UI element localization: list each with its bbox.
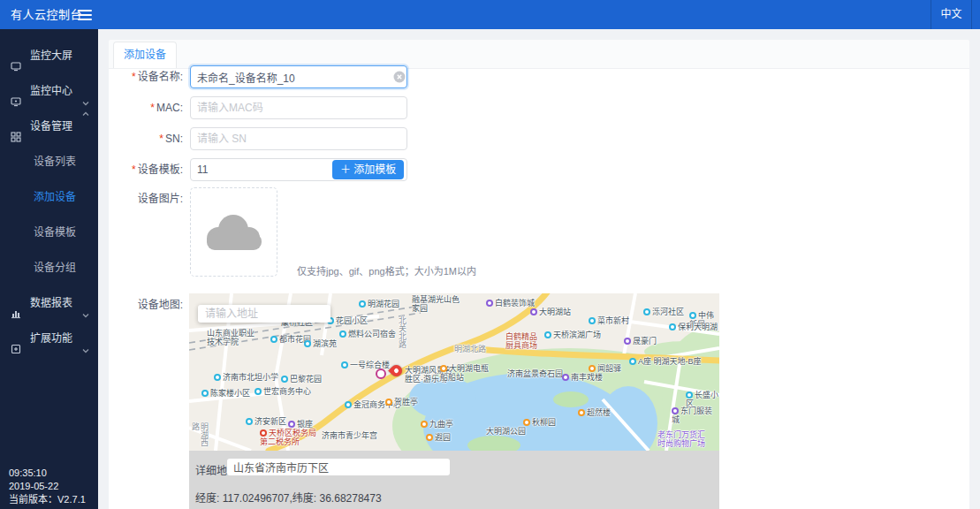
map-address-search-input[interactable] bbox=[198, 305, 330, 323]
sidebar-item-8[interactable]: 数据报表 bbox=[0, 285, 98, 321]
clear-input-icon[interactable] bbox=[393, 71, 406, 83]
map-label: 天桥滨湖广场 bbox=[544, 330, 601, 339]
map-label: 超然楼 bbox=[578, 408, 611, 417]
sidebar-item-label: 设备分组 bbox=[34, 250, 76, 285]
chevron-down-icon bbox=[81, 87, 90, 95]
device-image-label: 设备图片: bbox=[109, 187, 183, 210]
sidebar-item-6[interactable]: 设备模板 bbox=[0, 215, 98, 250]
sidebar-item-label: 添加设备 bbox=[34, 179, 76, 215]
device-name-row: *设备名称: bbox=[109, 65, 969, 88]
chevron-up-icon bbox=[81, 122, 90, 131]
map-label: 天桥区税务局 第二税务所 bbox=[260, 429, 316, 446]
mac-label: *MAC: bbox=[109, 96, 183, 119]
map-label: 晟豪门 bbox=[624, 337, 657, 346]
device-name-input[interactable] bbox=[190, 65, 407, 88]
map-label: 泺河社区 bbox=[643, 308, 684, 316]
sidebar-item-2[interactable]: 监控中心 bbox=[0, 73, 98, 109]
map-label: 贺胜亭 bbox=[385, 398, 418, 406]
map-label: 山东商业职业 技术学院 bbox=[207, 329, 254, 346]
map-label: 陈家楼小区 bbox=[201, 389, 250, 398]
map-label: 融基湖光山色 家园 bbox=[412, 295, 460, 313]
extension-icon bbox=[11, 333, 21, 344]
map-label: 巴黎花园 bbox=[281, 375, 322, 384]
sn-label: *SN: bbox=[109, 127, 183, 150]
sidebar-footer: 09:35:10 2019-05-22 当前版本：V2.7.1 bbox=[9, 467, 86, 506]
cloud-placeholder-icon bbox=[207, 215, 262, 250]
map-label: 白鹤装饰城 bbox=[486, 299, 535, 308]
version-label: 当前版本：V2.7.1 bbox=[9, 493, 86, 506]
tab-add-device[interactable]: 添加设备 bbox=[113, 42, 177, 68]
device-map-label: 设备地图: bbox=[109, 293, 183, 316]
address-input[interactable] bbox=[227, 459, 450, 475]
map-label: 大明湖公园 bbox=[486, 427, 526, 436]
map-label: 老东门万货汇 时尚购物广场 bbox=[657, 430, 705, 448]
map-label: 大明湖电瓶 船船站 bbox=[440, 364, 489, 382]
map-label: 济安新区 bbox=[246, 417, 286, 426]
map-label: 白鹤精品 厨具商场 bbox=[505, 332, 537, 350]
add-device-card: 添加设备 *设备名称: *MAC: *SN: *设备模板: 11 bbox=[109, 40, 969, 509]
device-name-label: *设备名称: bbox=[109, 65, 183, 88]
sidebar-item-label: 扩展功能 bbox=[30, 321, 72, 356]
sidebar-item-label: 设备模板 bbox=[34, 215, 76, 250]
top-bar: 有人云控制台 中文 bbox=[0, 0, 980, 29]
sidebar-item-label: 设备列表 bbox=[34, 144, 76, 179]
sidebar-item-5[interactable]: 添加设备 bbox=[0, 179, 98, 215]
map-label: 九曲亭 bbox=[421, 420, 453, 429]
metro-station-icon bbox=[376, 368, 386, 379]
chart-icon bbox=[11, 298, 21, 308]
map-label: 明湖北路 bbox=[454, 345, 486, 353]
screen-icon bbox=[11, 50, 21, 61]
sidebar-item-label: 设备管理 bbox=[30, 109, 72, 144]
monitor-icon bbox=[11, 86, 21, 96]
mac-row: *MAC: bbox=[109, 96, 969, 119]
map-label: 济南市青少年宫 bbox=[322, 431, 377, 440]
sidebar-item-label: 监控大屏 bbox=[30, 38, 72, 73]
image-format-hint: 仅支持jpg、gif、png格式；大小为1M以内 bbox=[297, 263, 476, 277]
sidebar-item-1[interactable]: 监控大屏 bbox=[0, 38, 98, 73]
sidebar-item-9[interactable]: 扩展功能 bbox=[0, 321, 98, 356]
sn-row: *SN: bbox=[109, 127, 969, 150]
sidebar-item-3[interactable]: 设备管理 bbox=[0, 109, 98, 144]
sidebar-item-label: 数据报表 bbox=[30, 285, 72, 321]
map-label: 银座 bbox=[288, 420, 313, 429]
map-label: 东门服装城 bbox=[672, 406, 719, 424]
mac-input[interactable] bbox=[190, 96, 407, 119]
chevron-down-icon bbox=[81, 334, 90, 343]
map-label: 保利大明湖 bbox=[669, 323, 718, 331]
sidebar-item-4[interactable]: 设备列表 bbox=[0, 144, 98, 179]
template-select-value: 11 bbox=[197, 163, 208, 176]
clock-date: 2019-05-22 bbox=[9, 480, 86, 493]
map-label: 南丰戏楼 bbox=[562, 373, 603, 382]
sn-input[interactable] bbox=[190, 127, 407, 150]
chevron-down-icon bbox=[81, 299, 90, 308]
sidebar-menu: 监控大屏监控中心设备管理设备列表添加设备设备模板设备分组数据报表扩展功能 bbox=[0, 29, 98, 356]
template-label: *设备模板: bbox=[109, 158, 183, 181]
map-label: 燃料公司宿舍 bbox=[339, 330, 396, 338]
map-label: 闻韶驿 bbox=[589, 364, 621, 373]
map-label: 菜市新村 bbox=[589, 316, 629, 325]
sidebar-item-7[interactable]: 设备分组 bbox=[0, 250, 98, 285]
main-content: 添加设备 *设备名称: *MAC: *SN: *设备模板: 11 bbox=[98, 29, 980, 509]
language-switch[interactable]: 中文 bbox=[931, 0, 972, 29]
map-label: 济南盆景奇石园 bbox=[507, 369, 563, 378]
geo-panel: 详细地址: 经度: 117.02496707,纬度: 36.68278473 bbox=[189, 451, 719, 509]
map-label: 济南市北坦小学 bbox=[214, 373, 278, 382]
template-row: *设备模板: 11 ＋ 添加模板 bbox=[109, 158, 969, 181]
map-label: 大明湖站 bbox=[530, 308, 571, 316]
device-map[interactable]: 明湖花园融基湖光山色 家园白鹤装饰城大明湖站泺河社区中伟新居菜市新村保利大明湖康… bbox=[189, 293, 719, 451]
map-label: 世宏商务中心 bbox=[254, 387, 311, 396]
map-label: 秋柳园 bbox=[523, 418, 556, 427]
coordinates-text: 经度: 117.02496707,纬度: 36.68278473 bbox=[195, 490, 382, 505]
add-template-button[interactable]: ＋ 添加模板 bbox=[332, 160, 404, 179]
image-upload-box[interactable] bbox=[190, 187, 277, 277]
map-label: A座 明湖天地-B座 bbox=[629, 357, 702, 366]
map-label: 湖滨苑 bbox=[304, 339, 337, 348]
sidebar: 监控大屏监控中心设备管理设备列表添加设备设备模板设备分组数据报表扩展功能 09:… bbox=[0, 29, 98, 509]
map-label: 明湖花园 bbox=[359, 300, 399, 308]
menu-toggle-icon[interactable] bbox=[78, 7, 94, 21]
map-label: 长盛小区 bbox=[686, 391, 719, 408]
clock-time: 09:35:10 bbox=[9, 467, 86, 480]
map-label: 遐园 bbox=[426, 433, 451, 442]
grid-icon bbox=[11, 121, 21, 132]
map-label: 花园小区 bbox=[327, 316, 368, 325]
